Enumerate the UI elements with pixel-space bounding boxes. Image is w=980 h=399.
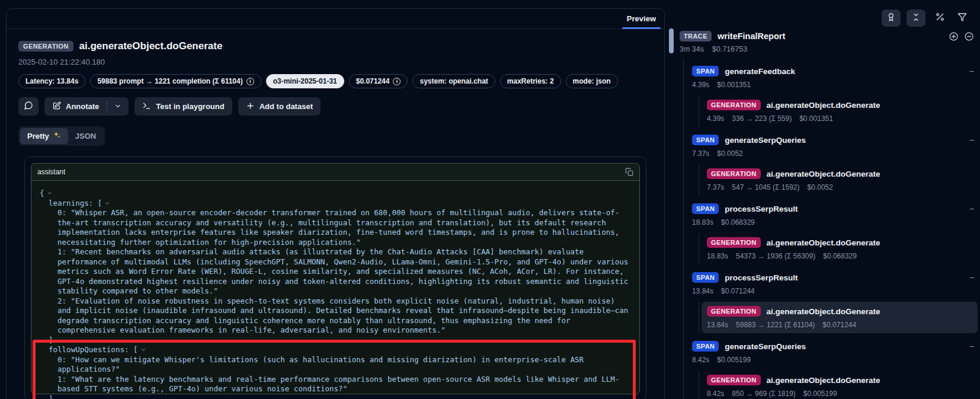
pill-label: 59883 prompt → 1221 completion (Σ 61104) bbox=[97, 77, 242, 85]
span-badge: SPAN bbox=[692, 135, 719, 145]
collapse-chevron-icon[interactable] bbox=[104, 199, 110, 209]
playground-label: Test in playground bbox=[156, 102, 224, 111]
copy-icon[interactable] bbox=[625, 168, 633, 176]
generation-name: ai.generateObject.doGenerate bbox=[767, 376, 880, 385]
add-to-dataset-button[interactable]: Add to dataset bbox=[238, 97, 321, 116]
trace-tree: SPANgenerateFeedback−4.39s$0.001351GENER… bbox=[683, 58, 980, 399]
metadata-pill[interactable]: o3-mini-2025-01-31 bbox=[266, 74, 344, 88]
collapse-span-icon[interactable]: − bbox=[969, 273, 974, 282]
span-row[interactable]: SPANgenerateFeedback− bbox=[692, 66, 980, 76]
generation-name: ai.generateObject.doGenerate bbox=[767, 170, 880, 178]
test-in-playground-button[interactable]: Test in playground bbox=[134, 97, 232, 116]
span-row[interactable]: SPANprocessSerpResult− bbox=[692, 272, 980, 283]
trace-title[interactable]: writeFinalReport bbox=[718, 31, 943, 41]
generation-row[interactable]: GENERATIONai.generateObject.doGenerate7.… bbox=[702, 164, 980, 196]
collapse-span-icon[interactable]: − bbox=[969, 66, 974, 76]
metrics-toggle-button[interactable] bbox=[931, 9, 948, 27]
code-line-text: followUpQuestions: [ bbox=[49, 345, 138, 354]
generation-child-wrap: GENERATIONai.generateObject.doGenerate18… bbox=[699, 233, 980, 264]
span-cost: $0.068329 bbox=[721, 218, 755, 226]
span-row[interactable]: SPANprocessSerpResult− bbox=[692, 203, 980, 214]
generation-badge: GENERATION bbox=[707, 306, 761, 317]
toggle-pretty[interactable]: Pretty bbox=[20, 128, 68, 144]
metadata-pill[interactable]: maxRetries: 2 bbox=[500, 74, 561, 88]
collapse-span-icon[interactable]: − bbox=[969, 341, 974, 351]
span-cost: $0.005199 bbox=[717, 356, 751, 364]
trace-span-item: SPANgenerateFeedback−4.39s$0.001351GENER… bbox=[692, 66, 980, 127]
generation-row[interactable]: GENERATIONai.generateObject.doGenerate18… bbox=[702, 233, 980, 264]
generation-row[interactable]: GENERATIONai.generateObject.doGenerate4.… bbox=[702, 95, 980, 127]
annotate-button[interactable]: Annotate bbox=[44, 97, 107, 116]
span-name: generateSerpQueries bbox=[725, 342, 806, 351]
metadata-pill[interactable]: $0.071244i bbox=[349, 74, 408, 88]
generation-child-wrap: GENERATIONai.generateObject.doGenerate7.… bbox=[699, 164, 980, 196]
assistant-role-label: assistant bbox=[37, 168, 65, 176]
generation-badge: GENERATION bbox=[707, 375, 761, 385]
trace-cost: $0.716753 bbox=[712, 45, 747, 53]
generation-tokens: 54373 → 1936 (Σ 56309) bbox=[736, 252, 815, 260]
fold-vertical-icon bbox=[911, 12, 921, 24]
collapse-span-icon[interactable]: − bbox=[969, 135, 974, 145]
metadata-pill-row: Latency: 13.84s59883 prompt → 1221 compl… bbox=[18, 74, 652, 88]
generation-duration: 18.83s bbox=[707, 252, 728, 260]
span-row[interactable]: SPANgenerateSerpQueries− bbox=[692, 135, 980, 145]
award-ribbon-icon bbox=[886, 12, 896, 24]
collapse-chevron-icon[interactable] bbox=[47, 189, 53, 199]
view-mode-toggle: Pretty JSON bbox=[18, 126, 105, 146]
scores-ribbon-button[interactable] bbox=[882, 9, 901, 27]
tab-preview[interactable]: Preview bbox=[619, 9, 664, 28]
trace-scrollbar[interactable] bbox=[669, 28, 674, 393]
pill-label: system: openai.chat bbox=[419, 77, 488, 85]
trace-span-item: SPANprocessSerpResult−18.83s$0.068329GEN… bbox=[692, 203, 980, 264]
span-metrics: 4.39s$0.001351 bbox=[692, 81, 980, 89]
generation-name: ai.generateObject.doGenerate bbox=[767, 238, 880, 247]
code-line-text: ] bbox=[49, 336, 53, 344]
info-icon[interactable]: i bbox=[393, 78, 401, 85]
generation-badge: GENERATION bbox=[707, 168, 761, 179]
span-row[interactable]: SPANgenerateSerpQueries− bbox=[692, 341, 980, 352]
scrollbar-thumb[interactable] bbox=[669, 28, 674, 53]
span-duration: 8.42s bbox=[692, 356, 709, 364]
metadata-pill[interactable]: 59883 prompt → 1221 completion (Σ 61104)… bbox=[90, 74, 261, 88]
collapse-all-button[interactable] bbox=[907, 9, 925, 27]
code-after-block: ]} bbox=[40, 394, 631, 399]
comment-button[interactable] bbox=[18, 97, 39, 116]
span-name: processSerpResult bbox=[725, 273, 798, 282]
toggle-json[interactable]: JSON bbox=[68, 129, 103, 143]
code-line: ] bbox=[40, 394, 631, 399]
span-badge: SPAN bbox=[692, 203, 719, 214]
span-name: generateSerpQueries bbox=[725, 136, 806, 145]
generation-cost: $0.068329 bbox=[823, 252, 857, 260]
generation-duration: 13.84s bbox=[707, 321, 728, 329]
output-card: assistant {learnings: [0: "Whisper ASR, … bbox=[24, 157, 646, 399]
generation-duration: 8.42s bbox=[707, 390, 724, 398]
generation-tokens: 336 → 223 (Σ 559) bbox=[732, 114, 792, 123]
expand-all-icon[interactable] bbox=[949, 31, 959, 42]
trace-span-item: SPANprocessSerpResult−13.84s$0.071244GEN… bbox=[692, 272, 980, 333]
annotate-dropdown-button[interactable] bbox=[107, 97, 129, 116]
span-name: processSerpResult bbox=[725, 205, 798, 213]
info-icon[interactable]: i bbox=[246, 78, 254, 85]
generation-row-selected[interactable]: GENERATIONai.generateObject.doGenerate13… bbox=[702, 302, 978, 333]
trace-span-item: SPANgenerateSerpQueries−7.37s$0.0052GENE… bbox=[692, 135, 980, 196]
span-metrics: 7.37s$0.0052 bbox=[692, 149, 980, 158]
span-badge: SPAN bbox=[692, 66, 719, 76]
generation-metrics: 8.42s850 → 969 (Σ 1819)$0.005199 bbox=[707, 390, 975, 398]
metadata-pill[interactable]: system: openai.chat bbox=[412, 74, 495, 88]
metadata-pill[interactable]: mode: json bbox=[566, 74, 618, 88]
generation-cost: $0.001351 bbox=[799, 114, 833, 123]
chevron-down-icon bbox=[114, 101, 121, 112]
collapse-all-circle-icon[interactable] bbox=[964, 31, 974, 42]
collapse-span-icon[interactable]: − bbox=[969, 204, 974, 213]
span-duration: 4.39s bbox=[692, 81, 709, 89]
generation-row[interactable]: GENERATIONai.generateObject.doGenerate8.… bbox=[702, 371, 980, 399]
generation-tokens: 850 → 969 (Σ 1819) bbox=[732, 390, 795, 398]
metadata-pill[interactable]: Latency: 13.84s bbox=[18, 74, 85, 88]
pill-label: Latency: 13.84s bbox=[25, 77, 78, 85]
observation-timestamp: 2025-02-10 21:22:40.180 bbox=[18, 58, 652, 66]
pill-label: o3-mini-2025-01-31 bbox=[273, 77, 337, 85]
code-line: followUpQuestions: [ bbox=[40, 345, 631, 355]
span-duration: 13.84s bbox=[692, 287, 713, 295]
filter-button[interactable] bbox=[954, 9, 971, 27]
collapse-chevron-icon[interactable] bbox=[140, 345, 146, 355]
